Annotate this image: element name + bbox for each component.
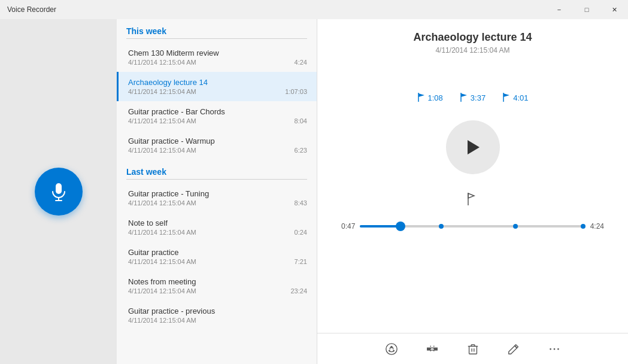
- list-item[interactable]: Guitar practice - Bar Chords 4/11/2014 1…: [117, 101, 317, 131]
- app-title: Voice Recorder: [7, 5, 56, 14]
- flag-icon: [502, 93, 511, 102]
- timeline-marker-2: [513, 224, 518, 229]
- add-marker-icon: [466, 192, 480, 207]
- player-title: Archaeology lecture 14: [413, 31, 532, 44]
- list-item-active[interactable]: Archaeology lecture 14 4/11/2014 12:15:0…: [117, 72, 317, 101]
- minimize-button[interactable]: −: [545, 0, 573, 19]
- svg-rect-12: [427, 348, 430, 350]
- svg-point-7: [386, 343, 396, 354]
- title-bar-controls: − □ ✕: [545, 0, 628, 19]
- svg-point-25: [557, 348, 559, 350]
- trim-icon: [426, 342, 439, 356]
- marker-2[interactable]: 3:37: [460, 93, 486, 102]
- section-last-week: Last week: [117, 160, 317, 183]
- section-this-week: This week: [117, 19, 317, 43]
- add-marker-area: [462, 189, 484, 210]
- svg-point-24: [553, 348, 555, 350]
- flag-icon: [460, 93, 468, 102]
- section-divider: [126, 179, 307, 180]
- sidebar: [0, 19, 117, 364]
- list-item[interactable]: Guitar practice 4/11/2014 12:15:04 AM 7:…: [117, 242, 317, 271]
- title-bar: Voice Recorder − □ ✕: [0, 0, 628, 19]
- timeline-area: 0:47 4:24: [317, 222, 628, 230]
- more-button[interactable]: [544, 338, 565, 360]
- share-icon: [385, 342, 398, 356]
- svg-point-9: [388, 350, 390, 351]
- marker-3[interactable]: 4:01: [502, 93, 528, 102]
- play-area: [446, 120, 500, 174]
- svg-rect-0: [56, 183, 62, 194]
- svg-rect-16: [469, 346, 477, 354]
- total-time: 4:24: [590, 222, 604, 230]
- share-button[interactable]: [381, 338, 402, 360]
- maximize-button[interactable]: □: [573, 0, 600, 19]
- timeline-marker-3: [581, 224, 585, 229]
- marker-1[interactable]: 1:08: [417, 93, 443, 102]
- section-divider: [126, 38, 307, 39]
- recording-list: This week Chem 130 Midterm review 4/11/2…: [117, 19, 317, 364]
- list-item[interactable]: Chem 130 Midterm review 4/11/2014 12:15:…: [117, 43, 317, 72]
- timeline-progress: [360, 225, 401, 228]
- close-button[interactable]: ✕: [600, 0, 628, 19]
- list-item[interactable]: Note to self 4/11/2014 12:15:04 AM 0:24: [117, 213, 317, 242]
- flag-icon: [417, 93, 426, 102]
- list-item[interactable]: Notes from meeting 4/11/2014 12:15:04 AM…: [117, 271, 317, 301]
- play-button[interactable]: [446, 120, 500, 174]
- rename-button[interactable]: [503, 338, 524, 360]
- list-item[interactable]: Guitar practice - Warmup 4/11/2014 12:15…: [117, 131, 317, 160]
- trim-button[interactable]: [421, 338, 443, 360]
- svg-rect-13: [433, 348, 437, 350]
- play-icon: [465, 138, 481, 156]
- svg-point-23: [550, 348, 551, 350]
- svg-point-10: [393, 350, 395, 351]
- player-panel: Archaeology lecture 14 4/11/2014 12:15:0…: [317, 19, 628, 364]
- markers-row: 1:08 3:37 4:01: [417, 93, 529, 102]
- player-header: Archaeology lecture 14 4/11/2014 12:15:0…: [413, 19, 532, 57]
- bottom-toolbar: [317, 333, 628, 364]
- list-item[interactable]: Guitar practice - Tuning 4/11/2014 12:15…: [117, 183, 317, 213]
- player-date: 4/11/2014 12:15:04 AM: [413, 46, 532, 54]
- timeline-track[interactable]: [360, 225, 585, 228]
- svg-point-8: [390, 346, 392, 348]
- delete-icon: [466, 342, 480, 356]
- record-button[interactable]: [35, 168, 83, 216]
- pencil-icon: [507, 342, 520, 356]
- timeline-marker-1: [439, 224, 444, 229]
- mic-icon: [48, 181, 69, 202]
- delete-button[interactable]: [462, 338, 484, 360]
- list-item[interactable]: Guitar practice - previous 4/11/2014 12:…: [117, 301, 317, 330]
- add-marker-button[interactable]: [462, 189, 484, 210]
- more-icon: [548, 342, 561, 356]
- timeline-thumb[interactable]: [396, 222, 405, 231]
- current-time: 0:47: [341, 222, 355, 230]
- main-content: This week Chem 130 Midterm review 4/11/2…: [0, 19, 628, 364]
